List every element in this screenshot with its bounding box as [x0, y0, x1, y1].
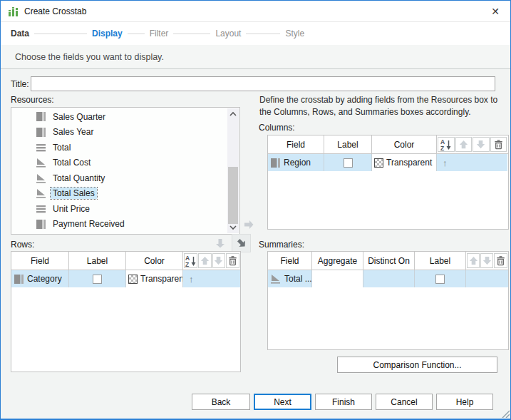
rows-label: Rows:: [11, 240, 34, 250]
resources-label: Resources:: [11, 95, 54, 105]
formula-field-icon: [36, 143, 46, 153]
dimension-field-icon: [14, 275, 24, 284]
summaries-table-row[interactable]: Total ...: [268, 270, 508, 287]
crosstab-app-icon: [8, 6, 19, 17]
rows-toolbar: AZ: [183, 252, 240, 270]
tab-layout[interactable]: Layout: [215, 29, 241, 39]
column-header-color: Color: [372, 135, 437, 153]
tab-filter[interactable]: Filter: [150, 29, 169, 39]
resize-grip[interactable]: [500, 409, 510, 418]
field-cell: Total ...: [268, 270, 312, 287]
move-up-icon[interactable]: [455, 137, 473, 152]
resource-item[interactable]: Payment Received: [12, 217, 227, 232]
resource-item-selected[interactable]: Total Sales: [12, 186, 227, 202]
sort-cell: [466, 270, 508, 287]
move-down-icon[interactable]: [212, 253, 226, 268]
label-cell: [324, 154, 372, 171]
scroll-down-icon[interactable]: [227, 223, 239, 232]
resources-listbox: Sales Quarter Sales Year Total Total Cos…: [11, 107, 240, 235]
scroll-up-icon[interactable]: [227, 110, 239, 118]
transparent-swatch-icon: [374, 158, 383, 168]
resource-item[interactable]: Sales Year: [12, 125, 227, 140]
column-header-label: Label: [69, 252, 126, 270]
sort-az-icon[interactable]: AZ: [438, 137, 455, 152]
delete-icon[interactable]: [490, 137, 507, 152]
step-connector: [128, 34, 145, 34]
color-value: Transparent: [386, 158, 432, 168]
tab-style[interactable]: Style: [285, 29, 304, 39]
label-checkbox[interactable]: [435, 275, 445, 284]
column-header-aggregate: Aggregate: [312, 252, 363, 270]
resource-item-label: Payment Received: [51, 218, 127, 230]
cancel-button[interactable]: Cancel: [376, 394, 433, 410]
move-to-box-icon[interactable]: [232, 234, 251, 252]
column-header-label: Label: [324, 135, 372, 153]
color-cell[interactable]: Transparent: [372, 154, 437, 171]
dimension-field-icon: [271, 158, 280, 168]
column-header-field: Field: [268, 252, 312, 270]
svg-text:Z: Z: [185, 260, 189, 267]
move-right-icon[interactable]: [240, 216, 257, 233]
aggregate-cell[interactable]: [312, 270, 363, 287]
back-button[interactable]: Back: [192, 394, 250, 410]
move-up-icon[interactable]: [467, 253, 480, 268]
sort-cell: ↑: [437, 154, 507, 171]
resources-scrollbar[interactable]: [227, 108, 239, 233]
field-name: Region: [284, 158, 311, 168]
columns-toolbar: AZ: [437, 135, 507, 153]
columns-label: Columns:: [259, 123, 295, 133]
move-down-icon[interactable]: [212, 235, 229, 252]
distinct-on-cell[interactable]: [363, 270, 415, 287]
create-crosstab-dialog: Create Crosstab ✕ Data Display Filter La…: [0, 0, 511, 420]
resource-item[interactable]: Total Quantity: [12, 170, 227, 186]
step-connector: [173, 34, 210, 34]
instructions-text: Define the crosstab by adding fields fro…: [259, 94, 499, 118]
resource-item-label: Total: [51, 142, 73, 153]
resource-item[interactable]: Unit Price: [12, 201, 227, 217]
field-name: Category: [27, 274, 62, 284]
columns-table: Field Label Color AZ Region Transparent: [267, 135, 509, 230]
label-cell: [69, 270, 126, 287]
delete-icon[interactable]: [494, 253, 507, 268]
sort-az-icon[interactable]: AZ: [184, 253, 197, 268]
measure-field-icon: [36, 173, 46, 183]
dimension-field-icon: [36, 127, 46, 137]
scrollbar-thumb[interactable]: [228, 167, 238, 224]
move-down-icon[interactable]: [473, 137, 490, 152]
close-icon[interactable]: ✕: [487, 4, 503, 19]
column-header-field: Field: [11, 252, 69, 270]
rows-table-row[interactable]: Category Transparent ↑: [11, 270, 240, 287]
label-checkbox[interactable]: [344, 158, 353, 168]
move-down-icon[interactable]: [480, 253, 493, 268]
delete-icon[interactable]: [226, 253, 239, 268]
rows-table-header: Field Label Color AZ: [11, 252, 240, 270]
comparison-function-button[interactable]: Comparison Function...: [337, 357, 497, 373]
tab-display[interactable]: Display: [92, 29, 123, 39]
dimension-field-icon: [36, 219, 46, 229]
column-header-color: Color: [126, 252, 183, 270]
help-button[interactable]: Help: [436, 394, 493, 410]
title-field-label: Title:: [11, 79, 29, 89]
move-up-icon[interactable]: [198, 253, 212, 268]
color-value: Transparent: [140, 274, 183, 284]
resource-item[interactable]: Total: [12, 140, 227, 155]
resource-item-label: Total Cost: [51, 157, 93, 168]
columns-table-row[interactable]: Region Transparent ↑: [268, 154, 508, 171]
summaries-label: Summaries:: [259, 240, 304, 250]
resource-item-label: Sales Year: [51, 126, 96, 138]
step-connector: [246, 34, 280, 34]
color-cell[interactable]: Transparent: [126, 270, 183, 287]
title-input[interactable]: [31, 76, 495, 91]
resource-item[interactable]: Sales Quarter: [12, 109, 227, 125]
summaries-toolbar: [466, 252, 508, 270]
finish-button[interactable]: Finish: [315, 394, 372, 410]
tab-data[interactable]: Data: [11, 29, 29, 39]
svg-text:Z: Z: [440, 144, 444, 151]
resource-item[interactable]: Total Cost: [12, 155, 227, 171]
column-header-field: Field: [268, 135, 324, 153]
summaries-table: Field Aggregate Distinct On Label Total …: [267, 251, 509, 350]
label-checkbox[interactable]: [93, 275, 102, 284]
rows-table: Field Label Color AZ Category Transparen…: [11, 251, 241, 372]
label-cell: [415, 270, 466, 287]
next-button[interactable]: Next: [254, 394, 311, 410]
